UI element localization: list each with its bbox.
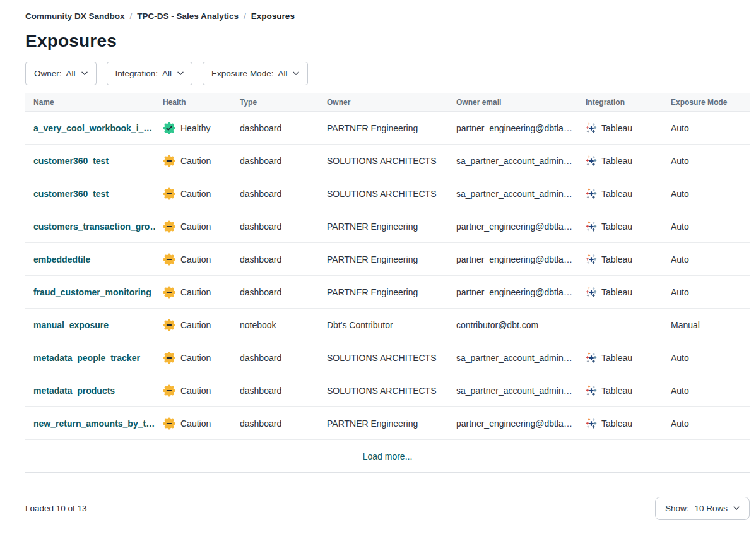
table-row: manual_exposure Caution notebook [25,309,750,341]
owner-cell: PARTNER Engineering [319,123,448,133]
show-rows-dropdown[interactable]: Show: 10 Rows [655,497,750,520]
exposure-name-link[interactable]: fraud_customer_monitoring [33,287,151,297]
exposure-mode-cell: Auto [663,156,750,166]
column-header-owner-email: Owner email [448,98,577,107]
table-body: a_very_cool_workbook_i_… Healthy d [25,112,750,440]
filter-value: All [162,69,172,78]
owner-cell: PARTNER Engineering [319,418,448,429]
integration-cell: Tableau [577,155,663,167]
table-footer: Loaded 10 of 13 Show: 10 Rows [25,497,750,520]
exposure-name-link[interactable]: metadata_products [33,386,115,396]
chevron-down-icon [177,71,184,76]
health-badge-icon [163,319,175,331]
owner-email-cell: partner_engineering@dbtla… [448,287,577,297]
health-badge-icon [163,155,175,167]
integration-label: Tableau [601,156,632,166]
owner-cell: Dbt's Contributor [319,320,448,330]
load-more-section: Load more... [25,440,750,473]
health-label: Caution [180,386,211,396]
exposure-name-link[interactable]: new_return_amounts_by_t… [33,418,155,429]
owner-cell: SOLUTIONS ARCHITECTS [319,353,448,363]
owner-filter-dropdown[interactable]: Owner: All [25,62,97,85]
page-title: Exposures [25,31,750,51]
integration-label: Tableau [601,123,632,133]
type-cell: dashboard [232,189,319,199]
filter-bar: Owner: All Integration: All Exposure Mod… [25,62,750,85]
integration-cell: Tableau [577,221,663,232]
exposure-mode-cell: Auto [663,287,750,297]
integration-filter-dropdown[interactable]: Integration: All [107,62,193,85]
breadcrumb-separator: / [130,11,133,21]
exposure-name-link[interactable]: customers_transaction_gro… [33,222,155,232]
owner-email-cell: partner_engineering@dbtla… [448,222,577,232]
integration-cell: Tableau [577,385,663,396]
exposure-mode-filter-dropdown[interactable]: Exposure Mode: All [203,62,308,85]
load-more-link[interactable]: Load more... [353,451,423,461]
filter-value: All [66,69,76,78]
show-label: Show: [665,504,689,513]
owner-email-cell: sa_partner_account_admin… [448,189,577,199]
breadcrumb-item-package[interactable]: TPC-DS - Sales Analytics [137,11,239,21]
owner-email-cell: partner_engineering@dbtla… [448,418,577,429]
health-label: Caution [180,418,211,429]
integration-cell: Tableau [577,254,663,265]
breadcrumb-item-project[interactable]: Community DX Sandbox [25,11,125,21]
exposure-name-link[interactable]: customer360_test [33,189,109,199]
table-header-row: Name Health Type Owner Owner email Integ… [25,93,750,112]
owner-email-cell: partner_engineering@dbtla… [448,123,577,133]
integration-label: Tableau [601,386,632,396]
integration-label: Tableau [601,353,632,363]
exposure-name-link[interactable]: customer360_test [33,156,109,166]
exposure-name-link[interactable]: manual_exposure [33,320,109,330]
health-label: Caution [180,254,211,264]
owner-cell: PARTNER Engineering [319,222,448,232]
type-cell: dashboard [232,156,319,166]
column-header-integration: Integration [577,98,663,107]
integration-cell: Tableau [577,188,663,199]
integration-cell: Tableau [577,352,663,364]
tableau-icon [586,122,597,134]
table-row: a_very_cool_workbook_i_… Healthy d [25,112,750,145]
tableau-icon [586,254,597,265]
table-row: new_return_amounts_by_t… Caution d [25,407,750,440]
tableau-icon [586,385,597,396]
loaded-count-text: Loaded 10 of 13 [25,504,87,513]
type-cell: dashboard [232,222,319,232]
column-header-owner: Owner [319,98,448,107]
integration-cell: Tableau [577,287,663,298]
column-header-health: Health [155,98,232,107]
table-row: metadata_people_tracker Caution da [25,341,750,374]
health-label: Healthy [180,123,210,133]
exposure-name-link[interactable]: metadata_people_tracker [33,353,140,363]
health-label: Caution [180,320,211,330]
health-badge-icon [163,384,175,397]
tableau-icon [586,352,597,364]
owner-email-cell: sa_partner_account_admin… [448,353,577,363]
exposure-name-link[interactable]: a_very_cool_workbook_i_… [33,123,152,133]
health-badge-icon [163,253,175,266]
table-row: embeddedtile Caution dashboard [25,243,750,276]
owner-email-cell: sa_partner_account_admin… [448,386,577,396]
owner-email-cell: sa_partner_account_admin… [448,156,577,166]
type-cell: dashboard [232,254,319,264]
column-header-type: Type [232,98,319,107]
health-label: Caution [180,189,211,199]
tableau-icon [586,221,597,232]
exposure-mode-cell: Auto [663,418,750,429]
chevron-down-icon [733,506,740,511]
owner-cell: SOLUTIONS ARCHITECTS [319,156,448,166]
tableau-icon [586,155,597,167]
show-value: 10 Rows [694,504,728,513]
exposure-mode-cell: Auto [663,254,750,264]
health-badge-icon [163,352,175,364]
table-row: metadata_products Caution dashboar [25,374,750,407]
tableau-icon [586,418,597,429]
health-label: Caution [180,353,211,363]
health-label: Caution [180,222,211,232]
table-row: fraud_customer_monitoring Caution [25,276,750,309]
exposure-name-link[interactable]: embeddedtile [33,254,90,264]
integration-label: Tableau [601,418,632,429]
type-cell: dashboard [232,123,319,133]
tableau-icon [586,287,597,298]
exposure-mode-cell: Auto [663,123,750,133]
